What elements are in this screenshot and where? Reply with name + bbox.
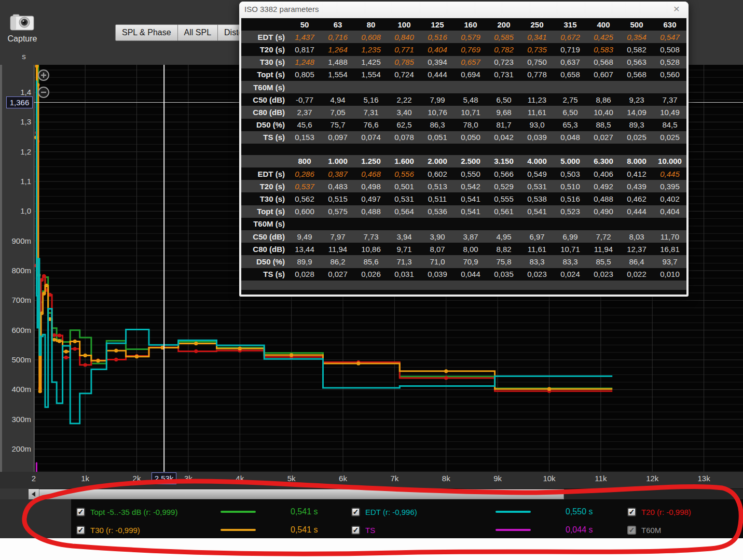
value-cell: 11,61	[520, 108, 554, 117]
tab-all-spl[interactable]: All SPL	[178, 24, 218, 41]
row-label: T30 (s)	[241, 194, 288, 203]
freq-header-cell: 1.250	[354, 157, 388, 165]
zoom-in-button[interactable]	[37, 69, 50, 81]
legend-value: 0,541 s	[291, 525, 318, 535]
table-block-low-bands: 506380100125160200250315400500630EDT (s)…	[241, 18, 686, 144]
row-label: EDT (s)	[241, 33, 288, 41]
row-label: TS (s)	[241, 270, 288, 278]
legend-checkbox[interactable]: ✓	[627, 508, 636, 516]
value-cell: 0,387	[321, 170, 354, 178]
bottom-white-margin	[0, 538, 743, 560]
value-cell: 3,94	[388, 232, 421, 241]
legend-checkbox[interactable]: ✓	[627, 526, 636, 535]
zoom-out-button[interactable]	[37, 86, 50, 99]
x-tick-label: 4k	[225, 474, 254, 483]
value-cell: 83,3	[554, 257, 587, 266]
value-cell: 6,99	[554, 232, 587, 241]
value-cell: 0,561	[487, 207, 520, 216]
value-cell: 0,425	[587, 33, 620, 41]
legend-checkbox[interactable]: ✓	[351, 508, 360, 516]
marker-t30	[356, 361, 360, 365]
value-cell: 0,785	[388, 58, 421, 66]
value-cell: 0,531	[520, 182, 554, 191]
value-cell: 10,76	[421, 108, 454, 117]
value-cell: 93,0	[520, 120, 554, 129]
x-tick-label: 5k	[277, 474, 306, 483]
value-cell: 0,444	[620, 207, 653, 216]
legend-checkbox[interactable]: ✓	[76, 526, 85, 535]
scrollbar-thumb[interactable]	[39, 489, 564, 499]
marker-t20	[64, 356, 68, 359]
legend-item-topt: ✓Topt -5..-35 dB (r: -0,999)	[76, 506, 177, 517]
legend-line-swatch	[496, 511, 531, 513]
legend-checkbox[interactable]: ✓	[76, 508, 85, 516]
value-cell: 0,510	[554, 182, 587, 191]
y-tick-label: 800m	[2, 266, 31, 275]
capture-button[interactable]: Capture	[4, 13, 40, 47]
y-axis-unit: s	[19, 52, 29, 61]
row-label: C50 (dB)	[241, 232, 288, 241]
marker-t30	[58, 339, 61, 343]
value-cell: 5,16	[354, 95, 388, 104]
close-icon[interactable]: ×	[671, 2, 682, 17]
freq-header-cell: 1.600	[388, 157, 421, 165]
value-cell: 0,537	[288, 182, 321, 191]
row-label: C80 (dB)	[241, 108, 288, 117]
row-label: T20 (s)	[241, 45, 288, 54]
value-cell: 0,031	[388, 270, 421, 278]
tab-spl-phase[interactable]: SPL & Phase	[115, 24, 178, 41]
value-cell: 1,488	[321, 58, 354, 66]
table-gap	[241, 144, 686, 155]
value-cell: 0,564	[388, 207, 421, 216]
table-block-high-bands: 8001.0001.2501.6002.0002.5003.1504.0005.…	[241, 155, 686, 281]
value-cell: 12,37	[620, 245, 653, 254]
legend-label: Topt -5..-35 dB (r: -0,999)	[90, 508, 177, 516]
y-tick-label: 1,1	[2, 177, 31, 186]
scrollbar-left-button[interactable]	[29, 489, 39, 499]
table-row: Topt (s)0,8051,5541,5540,7240,4440,6940,…	[241, 68, 686, 81]
legend-checkbox[interactable]: ✓	[351, 526, 360, 535]
value-cell: 0,074	[354, 133, 388, 142]
value-cell: 89,3	[620, 120, 653, 129]
horizontal-scrollbar[interactable]	[29, 488, 743, 499]
value-cell: 0,402	[653, 194, 686, 203]
y-tick-label: 600m	[2, 326, 31, 335]
value-cell: 0,025	[653, 133, 686, 142]
value-cell: 0,771	[388, 45, 421, 54]
table-row: C80 (dB)13,4411,9410,869,718,078,008,821…	[241, 243, 686, 255]
value-cell: 0,560	[653, 70, 686, 79]
value-cell: 6,50	[554, 108, 587, 117]
value-cell: 11,94	[321, 245, 354, 254]
dialog-titlebar[interactable]: ISO 3382 parameters ×	[239, 2, 689, 17]
value-cell: 0,511	[421, 194, 454, 203]
legend-line-swatch	[496, 529, 531, 531]
value-cell: 0,286	[288, 170, 321, 178]
value-cell: 2,75	[554, 95, 587, 104]
marker-t30	[84, 354, 87, 357]
table-footer-strip	[241, 281, 686, 290]
table-row: T20 (s)0,5370,4830,4980,5010,5130,5420,5…	[241, 180, 686, 192]
value-cell: 0,024	[554, 270, 587, 278]
value-cell: 0,404	[421, 45, 454, 54]
legend-left-margin	[0, 499, 71, 538]
freq-header-row: 8001.0001.2501.6002.0002.5003.1504.0005.…	[241, 155, 686, 167]
value-cell: 0,608	[354, 33, 388, 41]
freq-header-row: 506380100125160200250315400500630	[241, 18, 686, 31]
marker-t30	[444, 369, 448, 373]
legend-value: 0,550 s	[566, 507, 593, 516]
value-cell: 14,09	[620, 108, 653, 117]
value-cell: 0,602	[421, 170, 454, 178]
value-cell: 0,354	[620, 33, 653, 41]
freq-header-cell: 315	[554, 20, 587, 29]
value-cell: 0,731	[487, 70, 520, 79]
value-cell: 7,72	[587, 232, 620, 241]
row-label: Topt (s)	[241, 207, 288, 216]
value-cell: 0,805	[288, 70, 321, 79]
value-cell: 0,547	[653, 33, 686, 41]
marker-t30	[42, 292, 46, 296]
value-cell: 0,497	[354, 194, 388, 203]
marker-t30	[290, 353, 293, 357]
value-cell: 0,488	[587, 194, 620, 203]
left-arrow-icon	[32, 492, 35, 497]
table-row: T60M (s)	[241, 81, 686, 93]
